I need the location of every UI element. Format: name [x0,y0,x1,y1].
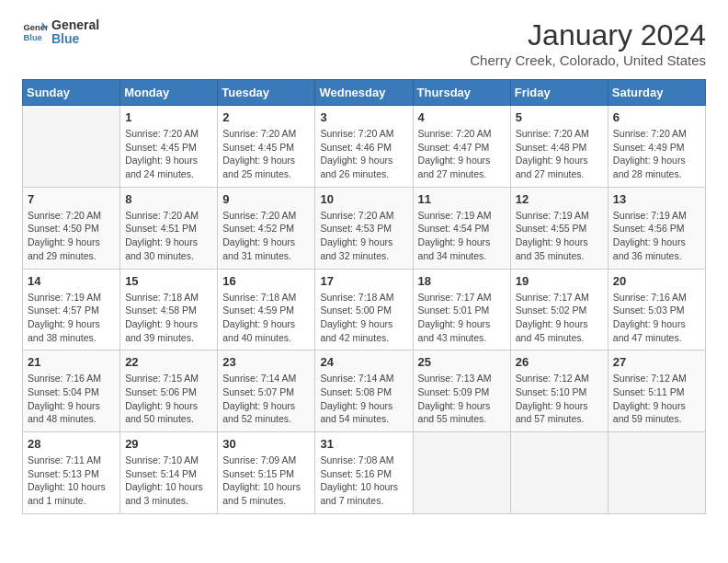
day-number: 7 [28,192,115,206]
day-info: Sunrise: 7:20 AMSunset: 4:46 PMDaylight:… [320,127,407,181]
day-info: Sunrise: 7:12 AMSunset: 5:11 PMDaylight:… [613,372,700,426]
calendar-week-5: 28Sunrise: 7:11 AMSunset: 5:13 PMDayligh… [23,432,706,514]
day-info: Sunrise: 7:12 AMSunset: 5:10 PMDaylight:… [516,372,603,426]
calendar-week-3: 14Sunrise: 7:19 AMSunset: 4:57 PMDayligh… [23,269,706,350]
calendar-cell: 3Sunrise: 7:20 AMSunset: 4:46 PMDaylight… [315,106,413,188]
calendar-cell: 17Sunrise: 7:18 AMSunset: 5:00 PMDayligh… [315,269,413,350]
calendar-header: SundayMondayTuesdayWednesdayThursdayFrid… [23,80,706,106]
calendar-cell: 10Sunrise: 7:20 AMSunset: 4:53 PMDayligh… [315,187,413,269]
calendar-cell [23,106,120,188]
day-number: 8 [125,192,212,206]
calendar-table: SundayMondayTuesdayWednesdayThursdayFrid… [22,79,706,514]
day-info: Sunrise: 7:14 AMSunset: 5:07 PMDaylight:… [222,372,310,426]
calendar-cell: 6Sunrise: 7:20 AMSunset: 4:49 PMDaylight… [608,106,705,188]
day-number: 18 [418,274,506,288]
calendar-cell: 2Sunrise: 7:20 AMSunset: 4:45 PMDaylight… [218,106,315,188]
day-info: Sunrise: 7:18 AMSunset: 4:58 PMDaylight:… [125,291,212,345]
calendar-cell: 4Sunrise: 7:20 AMSunset: 4:47 PMDaylight… [413,106,510,188]
day-number: 1 [125,110,212,124]
day-info: Sunrise: 7:08 AMSunset: 5:16 PMDaylight:… [320,454,407,508]
day-info: Sunrise: 7:13 AMSunset: 5:09 PMDaylight:… [418,372,506,426]
calendar-week-2: 7Sunrise: 7:20 AMSunset: 4:50 PMDaylight… [23,187,706,269]
day-number: 14 [28,274,115,288]
col-header-friday: Friday [510,80,608,106]
col-header-monday: Monday [120,80,218,106]
calendar-cell: 18Sunrise: 7:17 AMSunset: 5:01 PMDayligh… [413,269,510,350]
day-number: 23 [222,355,310,369]
day-info: Sunrise: 7:20 AMSunset: 4:52 PMDaylight:… [222,209,310,263]
calendar-cell: 9Sunrise: 7:20 AMSunset: 4:52 PMDaylight… [218,187,315,269]
calendar-cell: 14Sunrise: 7:19 AMSunset: 4:57 PMDayligh… [23,269,120,350]
day-info: Sunrise: 7:16 AMSunset: 5:04 PMDaylight:… [28,372,115,426]
day-number: 11 [418,192,506,206]
calendar-cell: 22Sunrise: 7:15 AMSunset: 5:06 PMDayligh… [120,350,218,432]
day-number: 22 [125,355,212,369]
title-block: January 2024 Cherry Creek, Colorado, Uni… [470,18,706,68]
day-info: Sunrise: 7:20 AMSunset: 4:47 PMDaylight:… [418,127,506,181]
day-info: Sunrise: 7:14 AMSunset: 5:08 PMDaylight:… [320,372,407,426]
day-number: 24 [320,355,407,369]
day-number: 29 [125,437,212,451]
day-number: 21 [28,355,115,369]
calendar-cell: 16Sunrise: 7:18 AMSunset: 4:59 PMDayligh… [218,269,315,350]
calendar-cell: 23Sunrise: 7:14 AMSunset: 5:07 PMDayligh… [218,350,315,432]
day-info: Sunrise: 7:20 AMSunset: 4:45 PMDaylight:… [125,127,212,181]
day-number: 6 [613,110,700,124]
calendar-cell: 27Sunrise: 7:12 AMSunset: 5:11 PMDayligh… [608,350,705,432]
day-info: Sunrise: 7:17 AMSunset: 5:01 PMDaylight:… [418,291,506,345]
day-info: Sunrise: 7:10 AMSunset: 5:14 PMDaylight:… [125,454,212,508]
col-header-thursday: Thursday [413,80,510,106]
col-header-saturday: Saturday [608,80,705,106]
calendar-cell: 7Sunrise: 7:20 AMSunset: 4:50 PMDaylight… [23,187,120,269]
calendar-cell: 21Sunrise: 7:16 AMSunset: 5:04 PMDayligh… [23,350,120,432]
day-number: 15 [125,274,212,288]
day-info: Sunrise: 7:20 AMSunset: 4:48 PMDaylight:… [516,127,603,181]
calendar-week-4: 21Sunrise: 7:16 AMSunset: 5:04 PMDayligh… [23,350,706,432]
calendar-cell: 15Sunrise: 7:18 AMSunset: 4:58 PMDayligh… [120,269,218,350]
page-header: General Blue General Blue January 2024 C… [22,18,706,68]
day-info: Sunrise: 7:18 AMSunset: 5:00 PMDaylight:… [320,291,407,345]
day-number: 9 [222,192,310,206]
day-info: Sunrise: 7:19 AMSunset: 4:57 PMDaylight:… [28,291,115,345]
day-number: 16 [222,274,310,288]
day-number: 25 [418,355,506,369]
calendar-cell: 30Sunrise: 7:09 AMSunset: 5:15 PMDayligh… [218,432,315,514]
day-number: 31 [320,437,407,451]
calendar-cell: 1Sunrise: 7:20 AMSunset: 4:45 PMDaylight… [120,106,218,188]
day-info: Sunrise: 7:17 AMSunset: 5:02 PMDaylight:… [516,291,603,345]
day-number: 13 [613,192,700,206]
calendar-cell [608,432,705,514]
day-info: Sunrise: 7:20 AMSunset: 4:50 PMDaylight:… [28,209,115,263]
day-number: 26 [516,355,603,369]
calendar-cell: 19Sunrise: 7:17 AMSunset: 5:02 PMDayligh… [510,269,608,350]
calendar-cell: 28Sunrise: 7:11 AMSunset: 5:13 PMDayligh… [23,432,120,514]
day-number: 10 [320,192,407,206]
day-info: Sunrise: 7:15 AMSunset: 5:06 PMDaylight:… [125,372,212,426]
day-info: Sunrise: 7:20 AMSunset: 4:53 PMDaylight:… [320,209,407,263]
day-info: Sunrise: 7:20 AMSunset: 4:51 PMDaylight:… [125,209,212,263]
day-info: Sunrise: 7:11 AMSunset: 5:13 PMDaylight:… [28,454,115,508]
calendar-cell: 26Sunrise: 7:12 AMSunset: 5:10 PMDayligh… [510,350,608,432]
calendar-cell: 29Sunrise: 7:10 AMSunset: 5:14 PMDayligh… [120,432,218,514]
calendar-cell: 11Sunrise: 7:19 AMSunset: 4:54 PMDayligh… [413,187,510,269]
day-info: Sunrise: 7:09 AMSunset: 5:15 PMDaylight:… [222,454,310,508]
day-number: 30 [222,437,310,451]
day-number: 17 [320,274,407,288]
day-number: 4 [418,110,506,124]
calendar-cell [413,432,510,514]
col-header-sunday: Sunday [23,80,120,106]
day-number: 5 [516,110,603,124]
day-number: 2 [222,110,310,124]
day-number: 20 [613,274,700,288]
calendar-cell: 8Sunrise: 7:20 AMSunset: 4:51 PMDaylight… [120,187,218,269]
day-info: Sunrise: 7:20 AMSunset: 4:49 PMDaylight:… [613,127,700,181]
col-header-wednesday: Wednesday [315,80,413,106]
calendar-cell: 31Sunrise: 7:08 AMSunset: 5:16 PMDayligh… [315,432,413,514]
svg-text:Blue: Blue [24,33,42,42]
day-info: Sunrise: 7:18 AMSunset: 4:59 PMDaylight:… [222,291,310,345]
logo-general-text: General [51,18,99,32]
calendar-cell: 12Sunrise: 7:19 AMSunset: 4:55 PMDayligh… [510,187,608,269]
day-info: Sunrise: 7:19 AMSunset: 4:56 PMDaylight:… [613,209,700,263]
calendar-title: January 2024 [470,18,706,52]
day-number: 28 [28,437,115,451]
